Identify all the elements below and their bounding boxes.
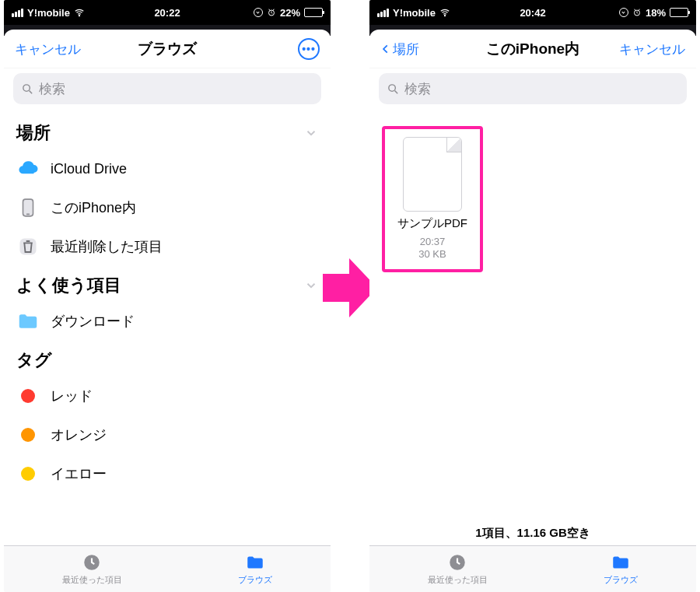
phone-right: Y!mobile 20:42 18% 場所 このiPhone内 キャンセル bbox=[369, 0, 696, 592]
orientation-lock-icon bbox=[619, 8, 628, 17]
file-item[interactable]: サンプルPDF 20:37 30 KB bbox=[382, 126, 483, 272]
search-placeholder: 検索 bbox=[39, 80, 65, 98]
svg-rect-4 bbox=[26, 214, 30, 215]
clock-icon bbox=[82, 552, 102, 573]
row-tag-red[interactable]: レッド bbox=[4, 377, 331, 415]
section-favorites-label: よく使う項目 bbox=[16, 274, 121, 297]
battery-icon bbox=[670, 8, 688, 17]
document-icon bbox=[403, 137, 462, 212]
page-title: ブラウズ bbox=[138, 39, 197, 59]
search-input[interactable]: 検索 bbox=[13, 73, 321, 104]
chevron-left-icon bbox=[380, 41, 391, 57]
tab-recents[interactable]: 最近使った項目 bbox=[428, 552, 488, 586]
row-label: イエロー bbox=[51, 464, 107, 483]
svg-point-0 bbox=[79, 16, 79, 16]
row-icloud-drive[interactable]: iCloud Drive bbox=[4, 149, 331, 188]
row-downloads[interactable]: ダウンロード bbox=[4, 302, 331, 341]
battery-pct: 22% bbox=[280, 7, 300, 19]
folder-icon bbox=[16, 310, 40, 333]
carrier-label: Y!mobile bbox=[27, 7, 70, 19]
svg-point-9 bbox=[389, 84, 396, 91]
navigation-bar: 場所 このiPhone内 キャンセル bbox=[369, 30, 696, 68]
page-title: このiPhone内 bbox=[486, 39, 579, 59]
signal-icon bbox=[377, 9, 389, 17]
clock: 20:42 bbox=[520, 7, 545, 19]
row-label: ダウンロード bbox=[51, 312, 135, 331]
battery-icon bbox=[304, 8, 323, 17]
cancel-button[interactable]: キャンセル bbox=[15, 40, 81, 58]
tab-bar: 最近使った項目 ブラウズ bbox=[4, 545, 331, 592]
svg-point-2 bbox=[23, 84, 30, 91]
signal-icon bbox=[12, 9, 23, 17]
browse-list: 場所 iCloud Drive このiPhone内 最近削除した項目 bbox=[4, 114, 331, 545]
phone-left: Y!mobile 20:22 22% キャンセル ブラウズ ••• 検索 bbox=[4, 0, 331, 592]
row-label: レッド bbox=[51, 387, 93, 405]
chevron-down-icon bbox=[304, 126, 318, 140]
row-recently-deleted[interactable]: 最近削除した項目 bbox=[4, 227, 331, 266]
chevron-down-icon bbox=[304, 278, 318, 292]
section-tags-label: タグ bbox=[16, 349, 52, 372]
search-icon bbox=[387, 82, 400, 96]
row-label: このiPhone内 bbox=[51, 198, 136, 217]
wifi-icon bbox=[74, 7, 85, 18]
section-locations-label: 場所 bbox=[16, 121, 51, 145]
search-icon bbox=[21, 82, 34, 96]
iphone-icon bbox=[16, 196, 40, 219]
battery-pct: 18% bbox=[646, 7, 666, 19]
back-label: 場所 bbox=[393, 40, 419, 58]
clock: 20:22 bbox=[154, 7, 180, 19]
storage-summary: 1項目、11.16 GB空き bbox=[369, 518, 696, 545]
search-input[interactable]: 検索 bbox=[379, 73, 687, 104]
orientation-lock-icon bbox=[254, 8, 263, 17]
more-button[interactable]: ••• bbox=[298, 38, 320, 60]
row-label: オレンジ bbox=[51, 426, 107, 444]
file-time: 20:37 bbox=[418, 236, 446, 248]
tab-label: 最近使った項目 bbox=[62, 574, 122, 586]
tab-bar: 最近使った項目 ブラウズ bbox=[369, 545, 696, 592]
cancel-button[interactable]: キャンセル bbox=[619, 40, 685, 58]
carrier-label: Y!mobile bbox=[393, 7, 436, 19]
status-bar: Y!mobile 20:42 18% bbox=[369, 0, 696, 25]
navigation-bar: キャンセル ブラウズ ••• bbox=[4, 30, 331, 68]
tab-recents[interactable]: 最近使った項目 bbox=[62, 552, 122, 586]
clock-icon bbox=[447, 552, 467, 573]
alarm-icon bbox=[267, 8, 276, 17]
tab-label: ブラウズ bbox=[604, 574, 638, 586]
file-name: サンプルPDF bbox=[397, 216, 467, 231]
file-size: 30 KB bbox=[418, 248, 446, 261]
folder-icon bbox=[611, 552, 631, 573]
tab-label: 最近使った項目 bbox=[428, 574, 488, 586]
tab-browse[interactable]: ブラウズ bbox=[604, 552, 638, 586]
section-favorites[interactable]: よく使う項目 bbox=[4, 266, 331, 302]
tag-dot-icon bbox=[21, 467, 35, 481]
cloud-icon bbox=[16, 157, 40, 180]
alarm-icon bbox=[632, 8, 642, 17]
section-tags[interactable]: タグ bbox=[4, 341, 331, 377]
tag-dot-icon bbox=[21, 389, 35, 403]
file-grid: サンプルPDF 20:37 30 KB bbox=[369, 114, 696, 518]
row-tag-orange[interactable]: オレンジ bbox=[4, 415, 331, 454]
row-label: 最近削除した項目 bbox=[51, 237, 163, 256]
wifi-icon bbox=[439, 7, 450, 18]
status-bar: Y!mobile 20:22 22% bbox=[4, 0, 331, 25]
section-locations[interactable]: 場所 bbox=[4, 114, 331, 149]
tag-dot-icon bbox=[21, 428, 35, 442]
tab-label: ブラウズ bbox=[238, 574, 272, 586]
trash-icon bbox=[16, 235, 40, 258]
row-on-my-iphone[interactable]: このiPhone内 bbox=[4, 188, 331, 227]
row-tag-yellow[interactable]: イエロー bbox=[4, 454, 331, 493]
row-label: iCloud Drive bbox=[51, 161, 127, 177]
search-placeholder: 検索 bbox=[404, 80, 431, 98]
tab-browse[interactable]: ブラウズ bbox=[238, 552, 272, 586]
svg-point-7 bbox=[444, 16, 445, 16]
back-button[interactable]: 場所 bbox=[380, 40, 419, 58]
folder-icon bbox=[245, 552, 265, 573]
